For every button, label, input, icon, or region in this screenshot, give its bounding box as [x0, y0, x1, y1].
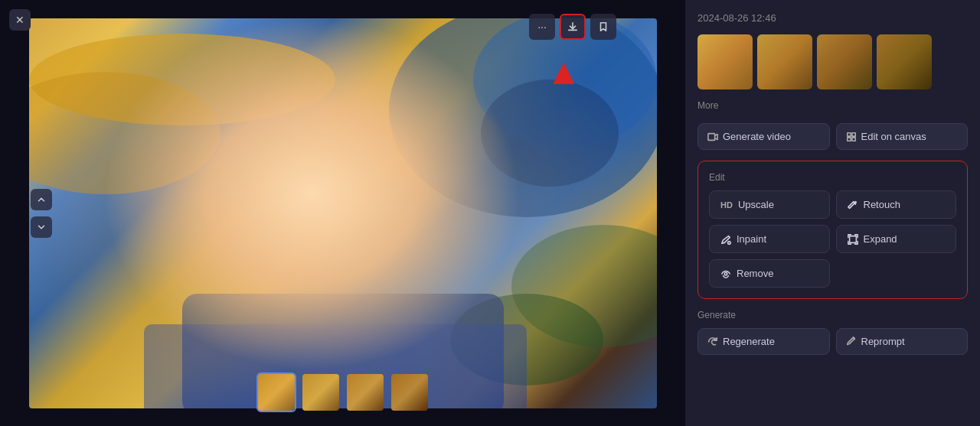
edit-on-canvas-button[interactable]: Edit on canvas: [836, 123, 969, 150]
svg-rect-11: [849, 236, 856, 242]
retouch-label: Retouch: [864, 199, 900, 210]
svg-point-12: [724, 272, 727, 275]
generate-video-label: Generate video: [723, 131, 791, 142]
upscale-label: Upscale: [738, 199, 774, 210]
top-thumbnail-1[interactable]: [697, 34, 753, 89]
reprompt-button[interactable]: Reprompt: [836, 328, 969, 355]
close-button[interactable]: ✕: [9, 9, 31, 31]
edit-section-label: Edit: [709, 172, 956, 183]
navigation-arrows: [31, 189, 52, 238]
inpaint-button[interactable]: Inpaint: [709, 225, 830, 253]
reprompt-label: Reprompt: [861, 336, 905, 347]
expand-button[interactable]: Expand: [836, 225, 957, 253]
image-toolbar: ···: [529, 14, 616, 40]
bottom-thumbnails: [256, 372, 430, 412]
video-icon: [707, 132, 718, 142]
retouch-icon: [848, 200, 858, 210]
canvas-icon: [846, 132, 857, 142]
bookmark-button[interactable]: [590, 14, 616, 40]
hd-badge: HD: [720, 200, 733, 210]
thumbnail-1[interactable]: [256, 372, 296, 412]
download-button[interactable]: [560, 14, 586, 40]
svg-rect-9: [708, 133, 715, 140]
thumbnail-3[interactable]: [345, 372, 385, 412]
reprompt-icon: [846, 337, 857, 347]
expand-label: Expand: [864, 233, 897, 245]
expand-icon: [848, 234, 858, 245]
top-thumbnail-4[interactable]: [877, 34, 932, 89]
thumbnail-4[interactable]: [390, 372, 430, 412]
more-section-label: More: [697, 100, 968, 111]
top-thumbnail-3[interactable]: [817, 34, 872, 89]
edit-section: Edit HD Upscale Retouch Inpaint: [697, 161, 968, 299]
download-icon: [567, 21, 578, 32]
nav-down-button[interactable]: [31, 216, 52, 238]
generate-section: Generate Regenerate Reprompt: [697, 310, 968, 355]
more-options-button[interactable]: ···: [529, 14, 555, 40]
bookmark-icon: [598, 21, 609, 32]
edit-on-canvas-label: Edit on canvas: [861, 131, 926, 142]
regenerate-label: Regenerate: [723, 336, 775, 347]
regenerate-icon: [707, 337, 718, 347]
svg-point-10: [728, 241, 731, 244]
thumbnail-2[interactable]: [301, 372, 341, 412]
generate-video-button[interactable]: Generate video: [697, 123, 830, 150]
right-panel: 2024-08-26 12:46 More Generate video Edi…: [685, 0, 980, 426]
image-panel: ✕: [0, 0, 685, 426]
nav-up-button[interactable]: [31, 189, 52, 210]
regenerate-button[interactable]: Regenerate: [697, 328, 830, 355]
generate-section-label: Generate: [697, 310, 968, 320]
inpaint-icon: [720, 234, 731, 245]
upscale-button[interactable]: HD Upscale: [709, 190, 830, 219]
retouch-button[interactable]: Retouch: [836, 190, 957, 219]
timestamp: 2024-08-26 12:46: [697, 12, 968, 24]
red-arrow-indicator: ▲: [545, 54, 582, 90]
remove-label: Remove: [737, 268, 773, 279]
inpaint-label: Inpaint: [737, 233, 766, 245]
top-thumbnail-2[interactable]: [757, 34, 812, 89]
remove-icon: [720, 268, 731, 279]
more-actions-row: Generate video Edit on canvas: [697, 123, 968, 150]
top-thumbnails: [697, 34, 968, 89]
generate-row: Regenerate Reprompt: [697, 328, 968, 355]
edit-grid: HD Upscale Retouch Inpaint: [709, 190, 956, 288]
remove-button[interactable]: Remove: [709, 259, 830, 288]
